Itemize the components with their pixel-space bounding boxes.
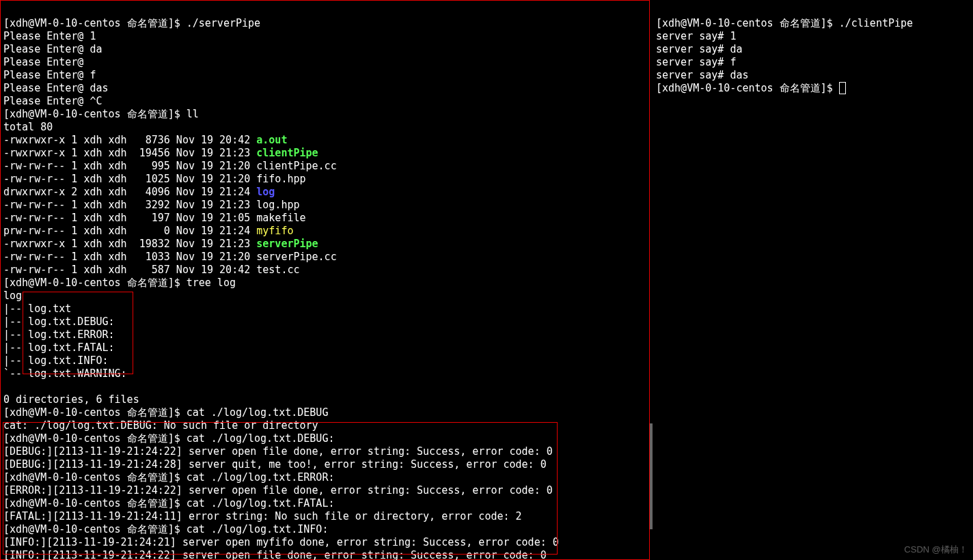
- highlight-box-logs: [3, 422, 558, 555]
- output-line: server say# das: [656, 69, 748, 81]
- command: tree log: [187, 277, 236, 289]
- output-line: Please Enter@ 1: [3, 30, 96, 42]
- output-line: Please Enter@: [3, 56, 90, 68]
- command: ll: [187, 108, 199, 120]
- prompt: [xdh@VM-0-10-centos 命名管道]$: [3, 277, 187, 289]
- ls-row: -rw-rw-r-- 1 xdh xdh 197 Nov 19 21:05 ma…: [3, 212, 306, 224]
- output-line: server say# 1: [656, 30, 736, 42]
- output-line: Please Enter@ ^C: [3, 95, 102, 107]
- command: ./serverPipe: [187, 17, 260, 29]
- terminal-right[interactable]: [xdh@VM-0-10-centos 命名管道]$ ./clientPipe …: [653, 0, 973, 560]
- tree-root: log: [3, 290, 22, 302]
- prompt: [xdh@VM-0-10-centos 命名管道]$: [3, 406, 187, 419]
- output-line: server say# f: [656, 56, 736, 68]
- command: ./clientPipe: [839, 17, 913, 29]
- ls-row: -rwxrwxr-x 1 xdh xdh 8736 Nov 19 20:42 a…: [3, 134, 287, 146]
- prompt: [xdh@VM-0-10-centos 命名管道]$: [656, 17, 839, 29]
- command: cat ./log/log.txt.DEBUG: [187, 406, 329, 419]
- cursor-icon: [839, 82, 846, 94]
- prompt: [xdh@VM-0-10-centos 命名管道]$: [3, 108, 187, 120]
- ls-row: drwxrwxr-x 2 xdh xdh 4096 Nov 19 21:24 l…: [3, 186, 275, 198]
- prompt: [xdh@VM-0-10-centos 命名管道]$: [3, 17, 187, 29]
- ls-row: -rw-rw-r-- 1 xdh xdh 587 Nov 19 20:42 te…: [3, 264, 299, 276]
- output-line: server say# da: [656, 43, 742, 55]
- tree-summary: 0 directories, 6 files: [3, 393, 139, 406]
- highlight-box-tree: [23, 292, 133, 374]
- output-line: total 80: [3, 121, 53, 133]
- prompt: [xdh@VM-0-10-centos 命名管道]$: [656, 82, 839, 94]
- output-line: Please Enter@ da: [3, 43, 102, 55]
- ls-row: -rw-rw-r-- 1 xdh xdh 1025 Nov 19 21:20 f…: [3, 173, 306, 185]
- output-line: Please Enter@ f: [3, 69, 96, 81]
- ls-row: -rwxrwxr-x 1 xdh xdh 19456 Nov 19 21:23 …: [3, 147, 318, 159]
- watermark: CSDN @橘柚！: [904, 543, 968, 556]
- output-line: Please Enter@ das: [3, 82, 109, 94]
- ls-row: -rw-rw-r-- 1 xdh xdh 1033 Nov 19 21:20 s…: [3, 251, 337, 263]
- ls-row: prw-rw-r-- 1 xdh xdh 0 Nov 19 21:24 myfi…: [3, 225, 293, 237]
- ls-row: -rwxrwxr-x 1 xdh xdh 19832 Nov 19 21:23 …: [3, 238, 318, 250]
- ls-row: -rw-rw-r-- 1 xdh xdh 995 Nov 19 21:20 cl…: [3, 160, 337, 172]
- screenshot-root: [xdh@VM-0-10-centos 命名管道]$ ./serverPipe …: [0, 0, 973, 560]
- ls-row: -rw-rw-r-- 1 xdh xdh 3292 Nov 19 21:23 l…: [3, 199, 299, 211]
